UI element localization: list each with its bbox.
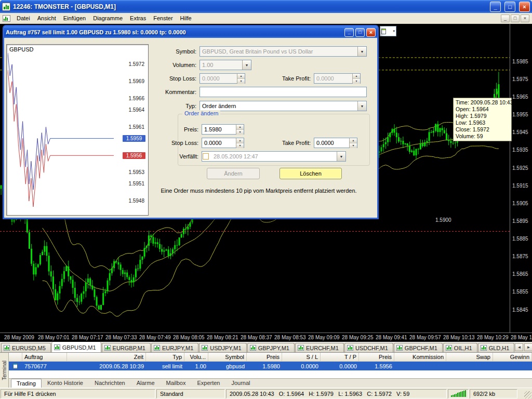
modify-button[interactable]: Ändern	[207, 168, 260, 179]
chart-tab-gbpjpy-m1[interactable]: GBPJPY,M1	[247, 343, 295, 352]
spinner-buttons[interactable]: ▴▾	[237, 74, 245, 83]
mdi-minimize-button[interactable]: _	[501, 15, 510, 22]
status-profile[interactable]: Standard	[156, 389, 225, 398]
terminal-col-zeit-2[interactable]: Zeit	[67, 353, 146, 361]
window-titlebar[interactable]: 12246: TMONSTER - [GBPUSD,M1] _ □ ×	[0, 0, 532, 13]
price-spinner[interactable]: 1.5980 ▴▾	[202, 124, 244, 135]
terminal-col-preis-9[interactable]: Preis	[359, 353, 394, 361]
terminal-tab-nachrichten[interactable]: Nachrichten	[89, 378, 131, 388]
menu-diagramme[interactable]: Diagramme	[89, 14, 126, 23]
chart-tab-usdchf-m1[interactable]: USDCHF,M1	[344, 343, 393, 352]
chart-tab-oil-h1[interactable]: OIL,H1	[443, 343, 477, 352]
chart-tab-eurgbp-m1[interactable]: EURGBP,M1	[102, 343, 151, 352]
spinner-buttons[interactable]: ▴▾	[349, 138, 357, 148]
terminal-col-symbol-5[interactable]: Symbol	[208, 353, 247, 361]
chart-icon	[202, 345, 208, 351]
terminal-col-volu-4[interactable]: Volu...	[184, 353, 208, 361]
terminal-tab-mailbox[interactable]: Mailbox	[161, 378, 192, 388]
mdi-close-button[interactable]: ×	[521, 15, 529, 22]
expiry-select[interactable]: 28.05.2009 12:47 ▼	[202, 151, 346, 162]
table-cell: 7570677	[22, 362, 67, 370]
tab-scroll-left-icon[interactable]: ◄	[515, 343, 523, 351]
menu-einf-gen[interactable]: Einfügen	[60, 14, 89, 23]
dialog-titlebar[interactable]: Auftrag #757 sell limit 1.00 GBPUSD zu 1…	[4, 26, 377, 38]
table-cell: 1.00	[184, 362, 208, 370]
menu-extras[interactable]: Extras	[126, 14, 150, 23]
terminal-tab-trading[interactable]: Trading	[11, 379, 42, 388]
tooltip-line: Close: 1.5972	[456, 126, 509, 133]
resize-grip[interactable]	[524, 391, 531, 398]
terminal-side-caption[interactable]: Terminal	[0, 353, 9, 388]
chart-tab-gbpchf-m1[interactable]: GBPCHF,M1	[394, 343, 443, 352]
table-cell: sell limit	[146, 362, 184, 370]
window-close-button[interactable]: ×	[519, 2, 530, 12]
modify-takeprofit-label: Take Profit:	[248, 138, 311, 148]
menu-datei[interactable]: Datei	[13, 14, 34, 23]
chart-tab-eurchf-m1[interactable]: EURCHF,M1	[295, 343, 344, 352]
terminal-tab-experten[interactable]: Experten	[191, 378, 225, 388]
dialog-minimize-button[interactable]: _	[344, 28, 354, 37]
modify-order-group-title: Order ändern	[182, 110, 220, 116]
table-row[interactable]: 75706772009.05.28 10:39sell limit1.00gbp…	[9, 362, 532, 370]
terminal-col-swap-11[interactable]: Swap	[446, 353, 493, 361]
expiry-checkbox[interactable]	[203, 153, 209, 159]
window-minimize-button[interactable]: _	[490, 2, 501, 12]
table-cell	[394, 362, 446, 370]
order-type-select[interactable]: Order ändern ▼	[200, 101, 367, 111]
mdi-restore-button[interactable]: □	[511, 15, 520, 22]
chart-tab-label: USDCHF,M1	[355, 345, 388, 351]
time-axis[interactable]: 28 May 200928 May 07:0128 May 07:1728 Ma…	[0, 332, 532, 342]
toolbar-fragment[interactable]: ▾	[380, 26, 396, 36]
chart-tab-gbpusd-m1[interactable]: GBPUSD,M1	[51, 342, 101, 352]
price-tick: 1.5895	[512, 218, 528, 224]
dialog-restore-button[interactable]: □	[355, 28, 365, 37]
terminal-tab-alarme[interactable]: Alarme	[131, 378, 161, 388]
tick-price-label: 1.5953	[128, 169, 144, 175]
chart-icon	[54, 344, 60, 350]
order-dialog: Auftrag #757 sell limit 1.00 GBPUSD zu 1…	[3, 25, 379, 219]
chart-tab-eurusd-m5[interactable]: EURUSD,M5	[1, 343, 51, 352]
terminal-col-preis-6[interactable]: Preis	[247, 353, 282, 361]
terminal-col-icon[interactable]	[9, 353, 22, 361]
terminal-col-t-p-8[interactable]: T / P	[321, 353, 359, 361]
time-tick: 28 May 08:21	[207, 335, 238, 340]
terminal-col-s-l-7[interactable]: S / L	[282, 353, 321, 361]
price-tick: 1.5845	[512, 307, 528, 313]
terminal-col-typ-3[interactable]: Typ	[146, 353, 184, 361]
window-restore-button[interactable]: □	[504, 2, 515, 12]
price-tick: 1.5975	[512, 76, 528, 82]
volume-select: 1.00 ▼	[200, 60, 251, 70]
menu-fenster[interactable]: Fenster	[150, 14, 176, 23]
bid-price-label: 1.5956	[123, 152, 145, 159]
spinner-buttons[interactable]: ▴▾	[236, 125, 244, 134]
dialog-close-button[interactable]: ×	[366, 28, 376, 37]
chevron-down-icon: ▼	[242, 60, 251, 70]
menu-ansicht[interactable]: Ansicht	[34, 14, 60, 23]
chart-icon	[298, 345, 304, 351]
terminal-col-kommission-10[interactable]: Kommission	[394, 353, 446, 361]
chart-tab-usdjpy-m1[interactable]: USDJPY,M1	[199, 343, 246, 352]
chart-icon	[396, 345, 403, 351]
volume-label: Volumen:	[132, 60, 196, 70]
table-cell	[446, 362, 493, 370]
chart-tab-label: GBPCHF,M1	[405, 345, 437, 351]
modify-takeprofit-spinner[interactable]: 0.0000 ▴▾	[314, 138, 357, 148]
chart-window-icon[interactable]	[3, 15, 10, 22]
chart-tab-gld-h1[interactable]: GLD,H1	[478, 343, 515, 352]
terminal-col-auftrag-1[interactable]: Auftrag	[22, 353, 67, 361]
chart-tab-eurjpy-m1[interactable]: EURJPY,M1	[151, 343, 198, 352]
terminal-col-gewinn-12[interactable]: Gewinn	[493, 353, 532, 361]
spinner-buttons[interactable]: ▴▾	[352, 74, 360, 83]
terminal-tab-konto-historie[interactable]: Konto Historie	[42, 378, 89, 388]
modify-stoploss-spinner[interactable]: 0.0000 ▴▾	[202, 138, 244, 148]
comment-input[interactable]	[200, 87, 367, 97]
terminal-tab-journal[interactable]: Journal	[225, 378, 256, 388]
delete-button[interactable]: Löschen	[280, 168, 342, 179]
spinner-buttons[interactable]: ▴▾	[236, 138, 244, 148]
terminal-table-body: 75706772009.05.28 10:39sell limit1.00gbp…	[9, 362, 532, 379]
price-tick: 1.5915	[512, 183, 528, 189]
price-axis[interactable]: 1.59851.59751.59651.59551.59451.59351.59…	[510, 24, 532, 332]
menu-hilfe[interactable]: Hilfe	[177, 14, 195, 23]
volume-value: 1.00	[200, 60, 242, 70]
tab-scroll-right-icon[interactable]: ►	[524, 343, 532, 351]
